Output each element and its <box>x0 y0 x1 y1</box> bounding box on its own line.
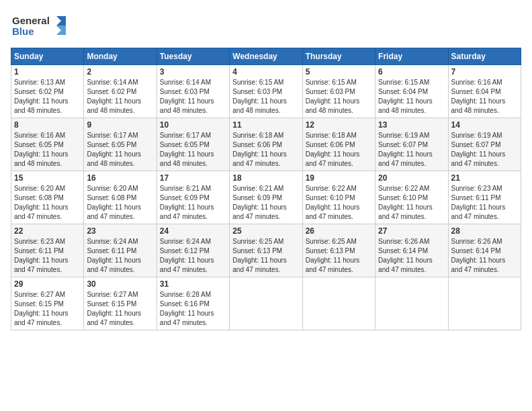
day-info: Sunrise: 6:22 AMSunset: 6:10 PMDaylight:… <box>306 184 372 222</box>
calendar-cell: 17Sunrise: 6:21 AMSunset: 6:09 PMDayligh… <box>157 171 229 224</box>
day-number: 16 <box>87 173 153 183</box>
day-header-sunday: Sunday <box>11 48 84 65</box>
calendar-cell: 8Sunrise: 6:16 AMSunset: 6:05 PMDaylight… <box>11 118 84 171</box>
day-info: Sunrise: 6:27 AMSunset: 6:15 PMDaylight:… <box>14 290 81 328</box>
day-info: Sunrise: 6:14 AMSunset: 6:03 PMDaylight:… <box>160 78 226 116</box>
day-info: Sunrise: 6:18 AMSunset: 6:06 PMDaylight:… <box>306 131 372 169</box>
day-info: Sunrise: 6:15 AMSunset: 6:04 PMDaylight:… <box>378 78 445 116</box>
day-header-friday: Friday <box>375 48 448 65</box>
day-info: Sunrise: 6:18 AMSunset: 6:06 PMDaylight:… <box>232 131 299 169</box>
calendar-cell: 26Sunrise: 6:25 AMSunset: 6:13 PMDayligh… <box>302 224 375 277</box>
day-number: 5 <box>306 67 372 77</box>
day-info: Sunrise: 6:22 AMSunset: 6:10 PMDaylight:… <box>378 184 445 222</box>
day-info: Sunrise: 6:21 AMSunset: 6:09 PMDaylight:… <box>160 184 226 222</box>
day-number: 18 <box>232 173 299 183</box>
day-number: 7 <box>451 67 518 77</box>
calendar-cell: 4Sunrise: 6:15 AMSunset: 6:03 PMDaylight… <box>230 65 302 118</box>
calendar-cell: 14Sunrise: 6:19 AMSunset: 6:07 PMDayligh… <box>448 118 521 171</box>
calendar-cell: 5Sunrise: 6:15 AMSunset: 6:03 PMDaylight… <box>302 65 375 118</box>
calendar-cell: 16Sunrise: 6:20 AMSunset: 6:08 PMDayligh… <box>84 171 157 224</box>
day-header-saturday: Saturday <box>448 48 521 65</box>
day-number: 21 <box>451 173 518 183</box>
day-number: 24 <box>160 226 226 236</box>
day-number: 19 <box>306 173 372 183</box>
day-info: Sunrise: 6:23 AMSunset: 6:11 PMDaylight:… <box>14 237 81 275</box>
day-number: 26 <box>306 226 372 236</box>
day-number: 10 <box>160 120 226 130</box>
day-header-monday: Monday <box>84 48 157 65</box>
logo: General Blue <box>11 11 71 41</box>
svg-text:Blue: Blue <box>12 26 34 37</box>
calendar-cell: 31Sunrise: 6:28 AMSunset: 6:16 PMDayligh… <box>157 277 229 330</box>
calendar-cell: 21Sunrise: 6:23 AMSunset: 6:11 PMDayligh… <box>448 171 521 224</box>
day-info: Sunrise: 6:15 AMSunset: 6:03 PMDaylight:… <box>232 78 299 116</box>
calendar-cell: 25Sunrise: 6:25 AMSunset: 6:13 PMDayligh… <box>230 224 302 277</box>
calendar-cell: 10Sunrise: 6:17 AMSunset: 6:05 PMDayligh… <box>157 118 229 171</box>
page-header: General Blue <box>11 11 521 41</box>
day-info: Sunrise: 6:14 AMSunset: 6:02 PMDaylight:… <box>87 78 153 116</box>
calendar-cell: 30Sunrise: 6:27 AMSunset: 6:15 PMDayligh… <box>84 277 157 330</box>
calendar-cell <box>230 277 302 330</box>
day-number: 28 <box>451 226 518 236</box>
svg-marker-2 <box>56 16 66 26</box>
day-number: 22 <box>14 226 81 236</box>
day-number: 15 <box>14 173 81 183</box>
day-number: 17 <box>160 173 226 183</box>
day-info: Sunrise: 6:20 AMSunset: 6:08 PMDaylight:… <box>87 184 153 222</box>
day-info: Sunrise: 6:26 AMSunset: 6:14 PMDaylight:… <box>451 237 518 275</box>
day-info: Sunrise: 6:25 AMSunset: 6:13 PMDaylight:… <box>232 237 299 275</box>
day-header-wednesday: Wednesday <box>230 48 302 65</box>
day-number: 14 <box>451 120 518 130</box>
day-info: Sunrise: 6:24 AMSunset: 6:12 PMDaylight:… <box>160 237 226 275</box>
day-info: Sunrise: 6:27 AMSunset: 6:15 PMDaylight:… <box>87 290 153 328</box>
calendar-cell: 6Sunrise: 6:15 AMSunset: 6:04 PMDaylight… <box>375 65 448 118</box>
calendar-cell <box>448 277 521 330</box>
day-number: 23 <box>87 226 153 236</box>
day-number: 13 <box>378 120 445 130</box>
day-info: Sunrise: 6:13 AMSunset: 6:02 PMDaylight:… <box>14 78 81 116</box>
day-header-thursday: Thursday <box>302 48 375 65</box>
calendar-cell: 11Sunrise: 6:18 AMSunset: 6:06 PMDayligh… <box>230 118 302 171</box>
day-info: Sunrise: 6:16 AMSunset: 6:05 PMDaylight:… <box>14 131 81 169</box>
day-info: Sunrise: 6:16 AMSunset: 6:04 PMDaylight:… <box>451 78 518 116</box>
calendar-week-4: 22Sunrise: 6:23 AMSunset: 6:11 PMDayligh… <box>11 224 521 277</box>
calendar-cell: 23Sunrise: 6:24 AMSunset: 6:11 PMDayligh… <box>84 224 157 277</box>
day-number: 4 <box>232 67 299 77</box>
calendar-cell <box>302 277 375 330</box>
calendar-cell: 2Sunrise: 6:14 AMSunset: 6:02 PMDaylight… <box>84 65 157 118</box>
calendar-week-3: 15Sunrise: 6:20 AMSunset: 6:08 PMDayligh… <box>11 171 521 224</box>
day-info: Sunrise: 6:20 AMSunset: 6:08 PMDaylight:… <box>14 184 81 222</box>
day-number: 25 <box>232 226 299 236</box>
day-number: 20 <box>378 173 445 183</box>
calendar-cell: 28Sunrise: 6:26 AMSunset: 6:14 PMDayligh… <box>448 224 521 277</box>
day-info: Sunrise: 6:17 AMSunset: 6:05 PMDaylight:… <box>87 131 153 169</box>
calendar-cell: 7Sunrise: 6:16 AMSunset: 6:04 PMDaylight… <box>448 65 521 118</box>
day-info: Sunrise: 6:25 AMSunset: 6:13 PMDaylight:… <box>306 237 372 275</box>
day-number: 31 <box>160 279 226 289</box>
calendar-table: SundayMondayTuesdayWednesdayThursdayFrid… <box>11 48 521 330</box>
calendar-cell: 15Sunrise: 6:20 AMSunset: 6:08 PMDayligh… <box>11 171 84 224</box>
day-info: Sunrise: 6:23 AMSunset: 6:11 PMDaylight:… <box>451 184 518 222</box>
day-number: 2 <box>87 67 153 77</box>
calendar-cell: 29Sunrise: 6:27 AMSunset: 6:15 PMDayligh… <box>11 277 84 330</box>
calendar-cell: 20Sunrise: 6:22 AMSunset: 6:10 PMDayligh… <box>375 171 448 224</box>
svg-marker-3 <box>56 26 66 35</box>
day-number: 12 <box>306 120 372 130</box>
day-info: Sunrise: 6:21 AMSunset: 6:09 PMDaylight:… <box>232 184 299 222</box>
calendar-week-5: 29Sunrise: 6:27 AMSunset: 6:15 PMDayligh… <box>11 277 521 330</box>
day-number: 30 <box>87 279 153 289</box>
day-number: 29 <box>14 279 81 289</box>
calendar-cell: 27Sunrise: 6:26 AMSunset: 6:14 PMDayligh… <box>375 224 448 277</box>
day-number: 9 <box>87 120 153 130</box>
calendar-cell: 9Sunrise: 6:17 AMSunset: 6:05 PMDaylight… <box>84 118 157 171</box>
svg-text:General: General <box>12 15 50 26</box>
day-info: Sunrise: 6:19 AMSunset: 6:07 PMDaylight:… <box>451 131 518 169</box>
day-number: 3 <box>160 67 226 77</box>
calendar-cell: 24Sunrise: 6:24 AMSunset: 6:12 PMDayligh… <box>157 224 229 277</box>
day-number: 8 <box>14 120 81 130</box>
calendar-cell <box>375 277 448 330</box>
day-number: 1 <box>14 67 81 77</box>
day-info: Sunrise: 6:26 AMSunset: 6:14 PMDaylight:… <box>378 237 445 275</box>
day-number: 6 <box>378 67 445 77</box>
day-number: 11 <box>232 120 299 130</box>
